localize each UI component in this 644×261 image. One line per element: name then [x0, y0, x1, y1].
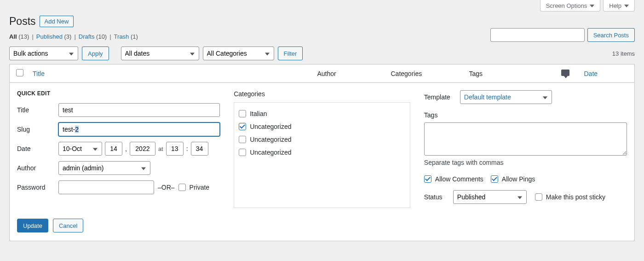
screen-options-tab[interactable]: Screen Options [540, 0, 601, 12]
title-label: Title [17, 106, 55, 114]
quick-edit-heading: Quick Edit [17, 90, 220, 97]
at-text: at [158, 145, 163, 152]
posts-table: Title Author Categories Tags Date Quick … [9, 64, 635, 241]
filter-all[interactable]: All (13) [9, 33, 29, 40]
status-label: Status [424, 193, 449, 201]
search-input[interactable] [490, 28, 585, 42]
categories-label: Categories [234, 90, 410, 98]
tags-hint: Separate tags with commas [424, 159, 627, 166]
category-label: Uncategorized [250, 123, 291, 130]
tags-label: Tags [424, 111, 627, 119]
private-checkbox[interactable] [178, 184, 186, 191]
cancel-button[interactable]: Cancel [53, 219, 83, 232]
col-tags: Tags [465, 64, 557, 83]
help-tab[interactable]: Help [603, 0, 635, 12]
filter-published[interactable]: Published (3) [36, 33, 72, 40]
dates-select[interactable]: All dates [121, 46, 199, 60]
allow-comments-checkbox[interactable] [424, 175, 431, 183]
items-count: 13 items [612, 50, 635, 57]
month-select[interactable]: 10-Oct [58, 142, 102, 156]
col-date[interactable]: Date [580, 64, 635, 83]
allow-pings-checkbox[interactable] [491, 175, 498, 183]
chevron-down-icon [624, 5, 629, 7]
filter-button[interactable]: Filter [278, 46, 303, 60]
day-input[interactable] [105, 142, 122, 156]
search-posts-button[interactable]: Search Posts [587, 28, 635, 42]
comment-icon [561, 70, 569, 76]
category-label: Uncategorized [250, 149, 291, 156]
allow-pings-field[interactable]: Allow Pings [491, 175, 535, 183]
category-label: Italian [250, 110, 267, 117]
col-categories: Categories [386, 64, 465, 83]
year-input[interactable] [130, 142, 155, 156]
category-checkbox[interactable] [239, 136, 246, 143]
author-select[interactable]: admin (admin) [58, 161, 150, 175]
or-text: –OR– [158, 184, 175, 191]
bulk-actions-select[interactable]: Bulk actions [9, 46, 78, 60]
sticky-field[interactable]: Make this post sticky [535, 193, 605, 201]
category-item[interactable]: Uncategorized [239, 120, 405, 133]
category-item[interactable]: Uncategorized [239, 133, 405, 146]
chevron-down-icon [590, 5, 594, 7]
slug-input[interactable] [58, 122, 220, 136]
page-title: Posts [9, 15, 36, 28]
status-select[interactable]: Published [453, 190, 527, 204]
template-label: Template [424, 93, 456, 101]
sticky-checkbox[interactable] [535, 193, 542, 201]
tags-textarea[interactable] [424, 122, 627, 156]
title-input[interactable] [58, 103, 220, 117]
help-label: Help [609, 2, 621, 9]
category-checkbox[interactable] [239, 110, 246, 117]
minute-input[interactable] [191, 142, 208, 156]
col-title[interactable]: Title [28, 64, 313, 83]
date-label: Date [17, 145, 55, 152]
screen-options-label: Screen Options [546, 2, 587, 9]
template-select[interactable]: Default template [460, 90, 552, 104]
add-new-button[interactable]: Add New [40, 16, 74, 27]
author-label: Author [17, 164, 55, 172]
categories-select[interactable]: All Categories [203, 46, 274, 60]
hour-input[interactable] [166, 142, 184, 156]
select-all-checkbox[interactable] [16, 69, 23, 76]
category-checkbox[interactable] [239, 149, 246, 156]
filter-drafts[interactable]: Drafts (10) [79, 33, 107, 40]
update-button[interactable]: Update [17, 219, 48, 232]
category-label: Uncategorized [250, 136, 291, 143]
private-label: Private [190, 184, 210, 191]
allow-comments-field[interactable]: Allow Comments [424, 175, 483, 183]
category-checkbox[interactable] [239, 123, 246, 130]
category-item[interactable]: Italian [239, 107, 405, 120]
col-author: Author [313, 64, 386, 83]
categories-box: Italian Uncategorized Uncategorized [234, 102, 410, 208]
col-comments[interactable] [557, 64, 580, 83]
password-label: Password [17, 184, 55, 191]
apply-button[interactable]: Apply [82, 46, 109, 60]
category-item[interactable]: Uncategorized [239, 146, 405, 159]
password-input[interactable] [58, 180, 154, 194]
filter-trash[interactable]: Trash (1) [114, 33, 138, 40]
quick-edit-row: Quick Edit Title Slug [10, 83, 635, 241]
slug-label: Slug [17, 126, 55, 133]
